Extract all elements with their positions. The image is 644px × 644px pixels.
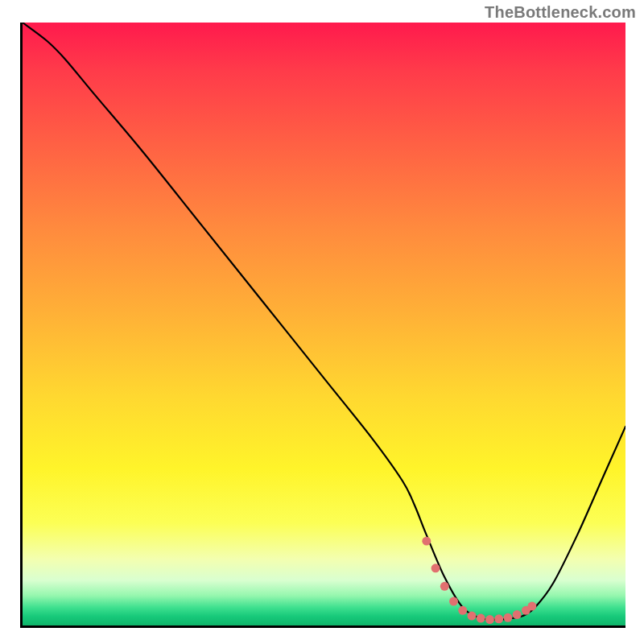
optimal-dot — [494, 614, 503, 623]
bottleneck-curve — [23, 23, 625, 620]
optimal-dot — [503, 613, 512, 622]
optimal-dot — [422, 537, 431, 546]
optimal-dot — [468, 612, 477, 621]
optimal-dot — [440, 582, 449, 591]
optimal-dot — [431, 564, 440, 572]
chart-container: TheBottleneck.com — [0, 0, 644, 644]
optimal-range-dots — [422, 537, 536, 624]
optimal-dot — [449, 597, 458, 606]
plot-area — [20, 23, 625, 628]
curve-layer — [23, 23, 625, 625]
optimal-dot — [513, 610, 522, 619]
optimal-dot — [485, 615, 494, 624]
optimal-dot — [527, 602, 536, 611]
optimal-dot — [477, 614, 485, 623]
optimal-dot — [458, 606, 467, 615]
attribution-text: TheBottleneck.com — [485, 3, 636, 22]
